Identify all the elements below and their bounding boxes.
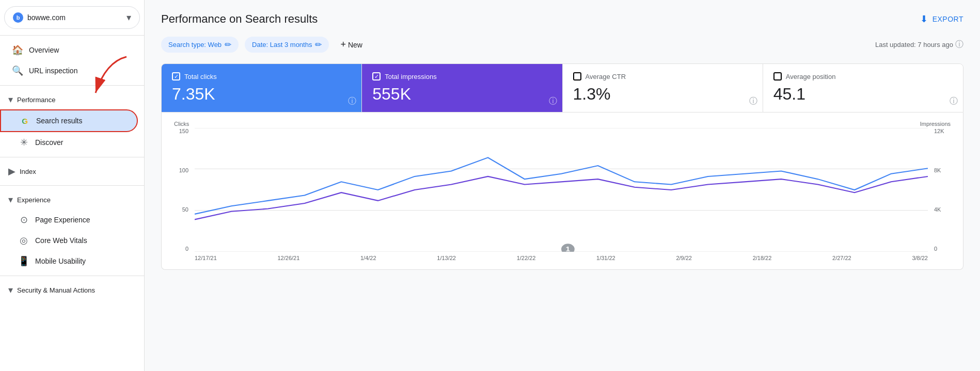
x-label-2: 1/4/22 (360, 255, 376, 261)
chevron-down-icon: ▾ (8, 94, 13, 105)
svg-text:1: 1 (566, 245, 571, 252)
sidebar-divider-2 (0, 85, 144, 86)
x-label-8: 2/27/22 (832, 255, 851, 261)
page-title: Performance on Search results (161, 12, 318, 26)
sidebar-item-label: Core Web Vitals (35, 236, 87, 245)
chart-y-right-label: Impressions (920, 121, 951, 127)
last-updated: Last updated: 7 hours ago ⓘ (875, 39, 963, 50)
sidebar-divider (0, 35, 144, 36)
metric-checkbox-position[interactable] (773, 72, 782, 80)
x-label-4: 1/22/22 (517, 255, 536, 261)
chart-area: Clicks Impressions 150 100 50 0 12K 8K 4… (161, 112, 963, 270)
export-icon: ⬇ (920, 13, 928, 25)
y-left-150: 150 (179, 128, 188, 134)
metric-value-clicks: 7.35K (172, 85, 351, 104)
sidebar-section-label: Performance (17, 96, 55, 104)
mobile-icon: 📱 (19, 256, 29, 266)
help-icon-position: ⓘ (950, 96, 958, 107)
circle-check-icon: ⊙ (19, 215, 29, 225)
sidebar-section-performance[interactable]: ▾ Performance (0, 90, 144, 109)
y-right-4k: 4K (934, 206, 941, 213)
edit-icon-2: ✏ (315, 40, 322, 50)
x-label-5: 1/31/22 (596, 255, 615, 261)
chart-container: 150 100 50 0 12K 8K 4K 0 (174, 128, 951, 252)
x-label-7: 2/18/22 (753, 255, 772, 261)
y-left-0: 0 (185, 246, 188, 252)
metric-label-ctr: Average CTR (586, 73, 626, 80)
sidebar-section-label: Experience (17, 196, 51, 204)
help-icon-impressions: ⓘ (549, 96, 557, 107)
x-label-1: 12/26/21 (278, 255, 300, 261)
last-updated-text: Last updated: 7 hours ago (875, 41, 953, 49)
sidebar-section-label: Index (20, 168, 36, 175)
x-label-9: 3/8/22 (912, 255, 928, 261)
x-label-0: 12/17/21 (195, 255, 217, 261)
domain-selector[interactable]: b bowwe.com ▾ (4, 6, 140, 29)
plus-icon: + (340, 39, 346, 50)
sidebar-section-index[interactable]: ▶ Index (0, 162, 144, 181)
chevron-right-icon: ▶ (8, 166, 15, 177)
metric-header-clicks: Total clicks (172, 72, 351, 80)
export-button[interactable]: ⬇ EXPORT (920, 13, 963, 25)
y-right-8k: 8K (934, 167, 941, 173)
y-right-12k: 12K (934, 128, 944, 134)
sidebar-item-overview[interactable]: 🏠 Overview (0, 40, 138, 60)
metric-label-clicks: Total clicks (184, 73, 217, 80)
chevron-down-icon-2: ▾ (8, 194, 13, 205)
sidebar-item-label: Page Experience (35, 216, 90, 224)
metric-label-position: Average position (786, 73, 836, 80)
metric-checkbox-clicks[interactable] (172, 72, 180, 80)
home-icon: 🏠 (12, 45, 23, 55)
sidebar-section-security[interactable]: ▾ Security & Manual Actions (0, 280, 144, 300)
sidebar-item-page-experience[interactable]: ⊙ Page Experience (0, 209, 138, 230)
metric-card-average-ctr[interactable]: Average CTR 1.3% ⓘ (563, 64, 763, 112)
sidebar-item-label: URL inspection (29, 67, 77, 75)
metric-card-total-impressions[interactable]: Total impressions 555K ⓘ (362, 64, 562, 112)
y-left-50: 50 (182, 206, 188, 213)
gauge-icon: ◎ (19, 235, 29, 246)
main-header: Performance on Search results ⬇ EXPORT (161, 12, 963, 26)
sidebar-item-search-results[interactable]: G Search results (0, 109, 138, 132)
search-type-filter[interactable]: Search type: Web ✏ (161, 37, 239, 53)
y-left-100: 100 (179, 167, 188, 173)
metric-checkbox-ctr[interactable] (573, 72, 581, 80)
chart-svg: 1 (195, 128, 928, 252)
sidebar-item-core-web-vitals[interactable]: ◎ Core Web Vitals (0, 230, 138, 251)
metric-value-impressions: 555K (372, 85, 551, 104)
g-icon: G (20, 116, 30, 126)
help-icon-clicks: ⓘ (348, 96, 356, 107)
metric-value-ctr: 1.3% (573, 85, 752, 104)
sidebar-item-url-inspection[interactable]: 🔍 URL inspection (0, 60, 138, 81)
sidebar-item-label: Discover (35, 138, 63, 147)
sidebar: b bowwe.com ▾ 🏠 Overview 🔍 URL inspectio… (0, 0, 145, 371)
metric-header-impressions: Total impressions (372, 72, 551, 80)
date-filter[interactable]: Date: Last 3 months ✏ (245, 37, 329, 53)
sidebar-item-mobile-usability[interactable]: 📱 Mobile Usability (0, 251, 138, 271)
metric-header-position: Average position (773, 72, 953, 80)
asterisk-icon: ✳ (19, 137, 29, 148)
new-button[interactable]: + New (335, 36, 368, 53)
sidebar-section-label: Security & Manual Actions (17, 286, 95, 294)
metric-card-total-clicks[interactable]: Total clicks 7.35K ⓘ (162, 64, 362, 112)
sidebar-item-label: Search results (36, 117, 82, 125)
new-label: New (348, 41, 362, 49)
date-label: Date: Last 3 months (252, 41, 312, 49)
x-label-6: 2/9/22 (676, 255, 692, 261)
metric-value-position: 45.1 (773, 85, 953, 104)
sidebar-item-discover[interactable]: ✳ Discover (0, 132, 138, 153)
filter-bar: Search type: Web ✏ Date: Last 3 months ✏… (161, 36, 963, 53)
sidebar-divider-3 (0, 157, 144, 157)
chevron-down-icon: ▾ (127, 12, 131, 23)
metric-checkbox-impressions[interactable] (372, 72, 381, 80)
export-label: EXPORT (932, 15, 963, 23)
x-label-3: 1/13/22 (437, 255, 456, 261)
search-icon: 🔍 (12, 66, 23, 76)
metrics-row: Total clicks 7.35K ⓘ Total impressions 5… (161, 63, 963, 112)
domain-icon: b (13, 12, 23, 23)
sidebar-section-experience[interactable]: ▾ Experience (0, 190, 144, 209)
chart-x-labels: 12/17/21 12/26/21 1/4/22 1/13/22 1/22/22… (174, 255, 951, 261)
metric-label-impressions: Total impressions (385, 73, 436, 80)
search-type-label: Search type: Web (168, 41, 222, 49)
metric-card-average-position[interactable]: Average position 45.1 ⓘ (763, 64, 963, 112)
help-icon-ctr: ⓘ (749, 96, 757, 107)
